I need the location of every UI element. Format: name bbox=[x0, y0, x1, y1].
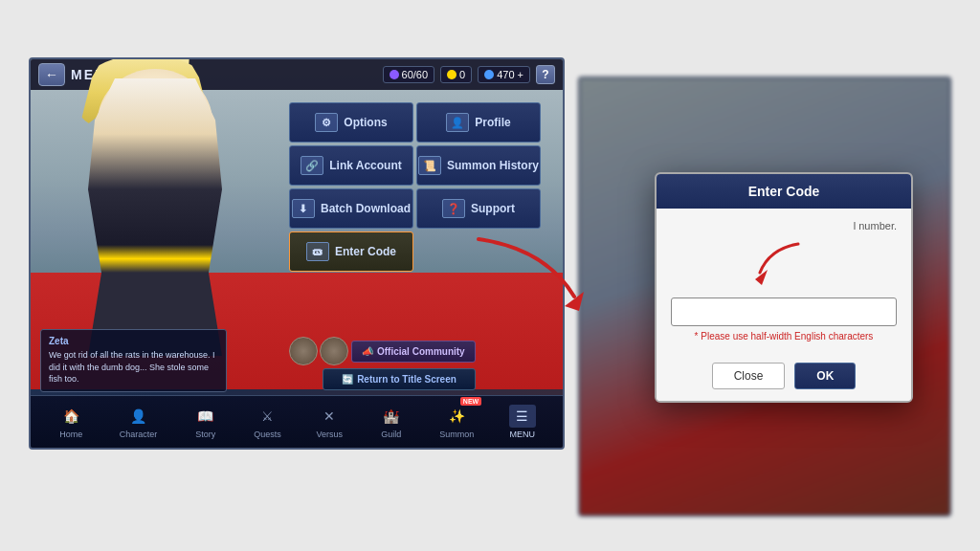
home-nav-label: Home bbox=[59, 430, 82, 439]
menu-buttons-grid: ⚙ Options 👤 Profile 🔗 Link Account 📜 Sum… bbox=[289, 102, 541, 272]
profile-button[interactable]: 👤 Profile bbox=[416, 102, 541, 143]
hp-value: 60/60 bbox=[402, 69, 429, 80]
help-button[interactable]: ? bbox=[536, 65, 555, 84]
batch-download-icon: ⬇ bbox=[292, 199, 315, 218]
summon-history-button[interactable]: 📜 Summon History bbox=[416, 145, 541, 186]
return-icon: 🔄 bbox=[342, 374, 353, 385]
currency2-value: 470 bbox=[497, 69, 514, 80]
character-name: Zeta bbox=[49, 336, 218, 346]
menu-nav-label: MENU bbox=[509, 430, 535, 439]
profile-label: Profile bbox=[475, 116, 510, 129]
story-nav-label: Story bbox=[195, 430, 215, 439]
enter-code-icon: 🎟 bbox=[306, 242, 329, 261]
dialog-hint: l number. bbox=[671, 220, 897, 231]
menu-nav-icon: ☰ bbox=[509, 405, 536, 428]
summon-history-icon: 📜 bbox=[418, 156, 441, 175]
character-dialog-text: We got rid of all the rats in the wareho… bbox=[49, 349, 218, 386]
close-button[interactable]: Close bbox=[712, 363, 786, 389]
nav-menu[interactable]: ☰ MENU bbox=[509, 405, 536, 439]
currency1-value: 0 bbox=[459, 69, 465, 80]
char-body bbox=[88, 78, 222, 356]
official-community-button[interactable]: 📣 Official Community bbox=[351, 341, 476, 363]
currency2-icon bbox=[484, 70, 494, 79]
options-label: Options bbox=[344, 116, 387, 129]
currency1-icon bbox=[447, 70, 457, 79]
summon-nav-label: Summon bbox=[439, 430, 474, 439]
hp-stat: 60/60 bbox=[383, 66, 435, 83]
main-game-window: ← MENU 60/60 0 470 + ? ⚙ Option bbox=[29, 57, 565, 450]
currency2-stat: 470 + bbox=[478, 66, 530, 83]
return-title-button[interactable]: 🔄 Return to Title Screen bbox=[323, 368, 476, 390]
dialog-arrow-decoration bbox=[671, 239, 897, 294]
character-nav-label: Character bbox=[120, 430, 158, 439]
character-nav-icon: 👤 bbox=[124, 405, 151, 428]
nav-guild[interactable]: 🏰 Guild bbox=[378, 405, 405, 439]
versus-nav-icon: ✕ bbox=[316, 405, 343, 428]
character-dialog: Zeta We got rid of all the rats in the w… bbox=[40, 329, 227, 392]
batch-download-button[interactable]: ⬇ Batch Download bbox=[289, 188, 413, 229]
summon-history-label: Summon History bbox=[447, 159, 539, 172]
back-button[interactable]: ← bbox=[38, 63, 65, 86]
support-icon: ❓ bbox=[442, 199, 465, 218]
community-char-2 bbox=[320, 337, 348, 365]
return-label: Return to Title Screen bbox=[357, 374, 457, 385]
quests-nav-icon: ⚔ bbox=[254, 405, 280, 428]
community-icon: 📣 bbox=[362, 346, 373, 357]
quests-nav-label: Quests bbox=[254, 430, 281, 439]
currency1-stat: 0 bbox=[440, 66, 472, 83]
guild-nav-label: Guild bbox=[381, 430, 401, 439]
nav-character[interactable]: 👤 Character bbox=[120, 405, 158, 439]
nav-story[interactable]: 📖 Story bbox=[192, 405, 219, 439]
guild-nav-icon: 🏰 bbox=[378, 405, 405, 428]
nav-versus[interactable]: ✕ Versus bbox=[316, 405, 343, 439]
bottom-nav: 🏠 Home 👤 Character 📖 Story ⚔ Quests ✕ Ve… bbox=[31, 395, 563, 448]
enter-code-button[interactable]: 🎟 Enter Code bbox=[289, 231, 413, 272]
character-illustration bbox=[69, 69, 241, 356]
profile-icon: 👤 bbox=[446, 113, 469, 132]
dialog-title: Enter Code bbox=[748, 184, 820, 199]
link-account-icon: 🔗 bbox=[301, 156, 323, 175]
dialog-warning: * Please use half-width English characte… bbox=[671, 331, 897, 342]
dialog-footer: Close OK bbox=[657, 353, 911, 401]
hp-icon bbox=[390, 70, 399, 79]
summon-nav-icon: ✨ bbox=[443, 405, 470, 428]
link-account-label: Link Account bbox=[329, 159, 402, 172]
batch-download-label: Batch Download bbox=[321, 202, 411, 215]
nav-quests[interactable]: ⚔ Quests bbox=[254, 405, 281, 439]
nav-home[interactable]: 🏠 Home bbox=[57, 405, 84, 439]
story-nav-icon: 📖 bbox=[192, 405, 219, 428]
home-nav-icon: 🏠 bbox=[57, 405, 84, 428]
dialog-body: l number. * Please use half-width Englis… bbox=[657, 209, 911, 353]
code-input[interactable] bbox=[671, 298, 897, 326]
ok-button[interactable]: OK bbox=[794, 363, 856, 389]
versus-nav-label: Versus bbox=[316, 430, 343, 439]
link-account-button[interactable]: 🔗 Link Account bbox=[289, 145, 413, 186]
options-icon: ⚙ bbox=[315, 113, 338, 132]
currency2-plus: + bbox=[518, 69, 523, 80]
nav-summon[interactable]: ✨ Summon bbox=[439, 405, 474, 439]
community-char-1 bbox=[289, 337, 318, 365]
dialog-header: Enter Code bbox=[657, 174, 911, 209]
options-button[interactable]: ⚙ Options bbox=[289, 102, 413, 143]
enter-code-label: Enter Code bbox=[335, 245, 396, 258]
enter-code-dialog: Enter Code l number. * Please use half-w… bbox=[655, 172, 913, 403]
support-button[interactable]: ❓ Support bbox=[416, 188, 541, 229]
support-label: Support bbox=[471, 202, 515, 215]
community-label: Official Community bbox=[377, 346, 465, 357]
